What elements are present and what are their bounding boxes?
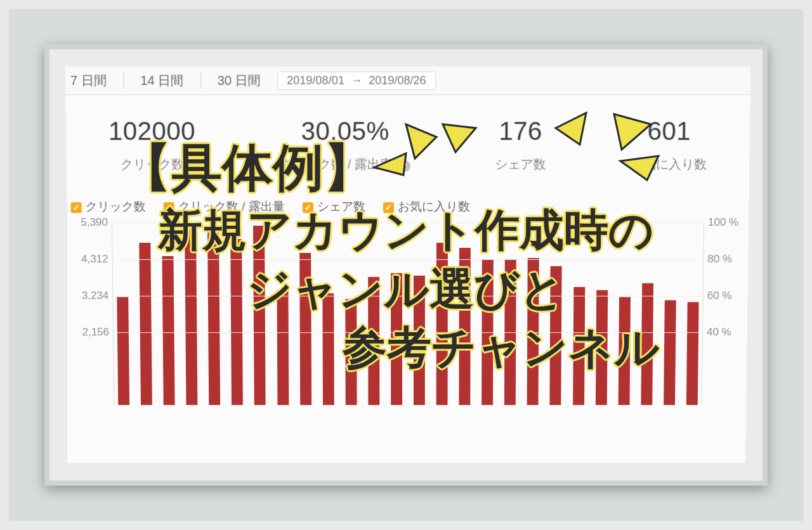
date-range-picker[interactable]: 2019/08/01 → 2019/08/26 <box>277 71 436 89</box>
stat-value: 176 <box>499 117 542 145</box>
burst-arrows-left-icon <box>368 120 495 197</box>
toolbar-separator <box>123 72 124 89</box>
checkbox-icon: ✓ <box>303 202 313 213</box>
checkbox-icon: ✓ <box>383 202 394 213</box>
chart-area: 5,3904,3123,2342,156 100 %80 %60 %40 % <box>67 223 749 418</box>
legend-item-clicks[interactable]: ✓クリック数 <box>70 198 145 215</box>
legend-label: クリック数 <box>85 200 145 213</box>
stat-clicks: 102000 クリック数 <box>108 117 196 173</box>
tab-7days[interactable]: 7 日間 <box>68 72 109 89</box>
chart-legend: ✓クリック数 ✓クリック数 / 露出量 ✓シェア数 ✓お気に入り数 <box>70 198 749 215</box>
stat-label: シェア数 <box>495 156 546 173</box>
toolbar-separator <box>200 72 201 89</box>
stat-label: クリック数 <box>121 156 185 173</box>
legend-item-shares[interactable]: ✓シェア数 <box>303 198 365 215</box>
svg-marker-27 <box>443 124 476 152</box>
checkbox-icon: ✓ <box>71 202 82 213</box>
chart-plot <box>112 223 704 405</box>
svg-marker-28 <box>406 124 436 158</box>
stat-value: 102000 <box>108 117 195 145</box>
chart-line-overlay <box>112 223 704 460</box>
svg-marker-29 <box>556 113 586 145</box>
picture-frame: 7 日間 14 日間 30 日間 2019/08/01 → 2019/08/26… <box>0 0 812 530</box>
arrow-right-icon: → <box>351 74 362 87</box>
legend-label: シェア数 <box>317 200 365 213</box>
date-to: 2019/08/26 <box>369 74 426 87</box>
checkbox-icon: ✓ <box>164 202 174 213</box>
burst-arrows-right-icon <box>552 112 691 194</box>
legend-label: お気に入り数 <box>398 200 470 213</box>
legend-item-favorites[interactable]: ✓お気に入り数 <box>383 198 470 215</box>
svg-marker-30 <box>614 114 651 150</box>
svg-marker-31 <box>620 156 658 180</box>
stat-shares: 176 シェア数 <box>495 117 546 173</box>
legend-label: クリック数 / 露出量 <box>178 200 285 213</box>
tab-30days[interactable]: 30 日間 <box>215 72 263 89</box>
tab-14days[interactable]: 14 日間 <box>138 72 187 89</box>
date-from: 2019/08/01 <box>287 74 344 87</box>
svg-marker-26 <box>374 153 406 175</box>
legend-item-ctr[interactable]: ✓クリック数 / 露出量 <box>164 198 285 215</box>
time-range-toolbar: 7 日間 14 日間 30 日間 2019/08/01 → 2019/08/26 <box>65 67 751 95</box>
